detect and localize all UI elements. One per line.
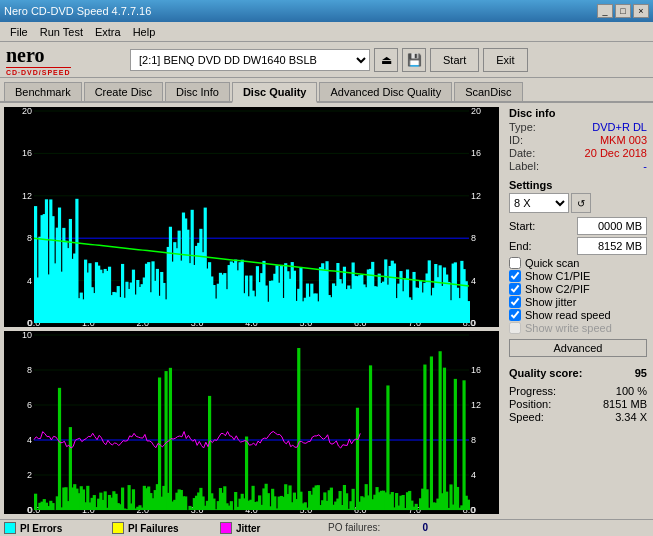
- disc-info-section: Disc info Type: DVD+R DL ID: MKM 003 Dat…: [509, 107, 647, 173]
- logo-nero: nero: [6, 44, 45, 67]
- read-speed-label: Show read speed: [525, 309, 611, 321]
- start-mb-label: Start:: [509, 220, 535, 232]
- c1pie-row: Show C1/PIE: [509, 270, 647, 282]
- tab-bar: Benchmark Create Disc Disc Info Disc Qua…: [0, 78, 653, 103]
- position-value: 8151 MB: [603, 398, 647, 410]
- write-speed-row: Show write speed: [509, 322, 647, 334]
- jitter-color: [220, 522, 232, 534]
- jitter-name: Jitter: [236, 523, 260, 534]
- start-button[interactable]: Start: [430, 48, 479, 72]
- menu-file[interactable]: File: [4, 24, 34, 40]
- settings-section: Settings 8 X ↺ Start: 0000 MB End: Quick…: [509, 179, 647, 357]
- logo-cdspeed: CD·DVD/SPEED: [6, 67, 71, 76]
- pi-failures-name: PI Failures: [128, 523, 179, 534]
- quality-score-value: 95: [635, 367, 647, 379]
- quick-scan-label: Quick scan: [525, 257, 579, 269]
- quick-scan-row: Quick scan: [509, 257, 647, 269]
- info-panel: Disc info Type: DVD+R DL ID: MKM 003 Dat…: [503, 103, 653, 519]
- speed-select[interactable]: 8 X: [509, 193, 569, 213]
- main-content: Disc info Type: DVD+R DL ID: MKM 003 Dat…: [0, 103, 653, 519]
- progress-label: Progress:: [509, 385, 556, 397]
- legend-jitter-header: Jitter: [220, 522, 320, 534]
- speed-row: 8 X ↺: [509, 193, 647, 213]
- speed-refresh-button[interactable]: ↺: [571, 193, 591, 213]
- toolbar: nero CD·DVD/SPEED [2:1] BENQ DVD DD DW16…: [0, 42, 653, 78]
- pi-errors-color: [4, 522, 16, 534]
- tab-advanced-disc-quality[interactable]: Advanced Disc Quality: [319, 82, 452, 101]
- tab-benchmark[interactable]: Benchmark: [4, 82, 82, 101]
- titlebar-controls: _ □ ×: [597, 4, 649, 18]
- jitter-label: Show jitter: [525, 296, 576, 308]
- titlebar: Nero CD-DVD Speed 4.7.7.16 _ □ ×: [0, 0, 653, 22]
- read-speed-row: Show read speed: [509, 309, 647, 321]
- legend-pi-failures: PI Failures Average: 0.03 Maximum: 8 Tot…: [112, 522, 212, 536]
- disc-id-value: MKM 003: [600, 134, 647, 146]
- legend-pi-errors: PI Errors Average: 1.25 Maximum: 14 Tota…: [4, 522, 104, 536]
- c2pif-label: Show C2/PIF: [525, 283, 590, 295]
- legend-po-failures: PO failures: 0: [328, 522, 428, 536]
- advanced-button[interactable]: Advanced: [509, 339, 647, 357]
- disc-type-label: Type:: [509, 121, 536, 133]
- c2pif-row: Show C2/PIF: [509, 283, 647, 295]
- po-failures-stat: PO failures: 0: [328, 522, 428, 533]
- pi-errors-name: PI Errors: [20, 523, 62, 534]
- disc-id-label: ID:: [509, 134, 523, 146]
- pie-chart: [4, 107, 499, 327]
- jitter-row: Show jitter: [509, 296, 647, 308]
- disc-type-row: Type: DVD+R DL: [509, 121, 647, 133]
- save-button[interactable]: 💾: [402, 48, 426, 72]
- disc-label-value: -: [643, 160, 647, 172]
- pif-chart: [4, 331, 499, 514]
- legend: PI Errors Average: 1.25 Maximum: 14 Tota…: [0, 519, 653, 536]
- disc-date-label: Date:: [509, 147, 535, 159]
- close-button[interactable]: ×: [633, 4, 649, 18]
- menu-help[interactable]: Help: [127, 24, 162, 40]
- quality-score-row: Quality score: 95: [509, 367, 647, 379]
- menubar: File Run Test Extra Help: [0, 22, 653, 42]
- end-mb-input[interactable]: [577, 237, 647, 255]
- disc-date-value: 20 Dec 2018: [585, 147, 647, 159]
- tab-disc-quality[interactable]: Disc Quality: [232, 82, 318, 103]
- speed-prog-value: 3.34 X: [615, 411, 647, 423]
- disc-label-label: Label:: [509, 160, 539, 172]
- jitter-checkbox[interactable]: [509, 296, 521, 308]
- speed-prog-label: Speed:: [509, 411, 544, 423]
- quick-scan-checkbox[interactable]: [509, 257, 521, 269]
- exit-button[interactable]: Exit: [483, 48, 527, 72]
- quality-score-label: Quality score:: [509, 367, 582, 379]
- c2pif-checkbox[interactable]: [509, 283, 521, 295]
- c1pie-label: Show C1/PIE: [525, 270, 590, 282]
- legend-pi-errors-header: PI Errors: [4, 522, 104, 534]
- legend-jitter: Jitter Average: 7.48 % Maximum: 10.9 %: [220, 522, 320, 536]
- disc-id-row: ID: MKM 003: [509, 134, 647, 146]
- menu-extra[interactable]: Extra: [89, 24, 127, 40]
- position-label: Position:: [509, 398, 551, 410]
- maximize-button[interactable]: □: [615, 4, 631, 18]
- tab-disc-info[interactable]: Disc Info: [165, 82, 230, 101]
- app-logo: nero CD·DVD/SPEED: [6, 44, 126, 76]
- position-row: Position: 8151 MB: [509, 398, 647, 410]
- menu-runtest[interactable]: Run Test: [34, 24, 89, 40]
- read-speed-checkbox[interactable]: [509, 309, 521, 321]
- write-speed-checkbox[interactable]: [509, 322, 521, 334]
- progress-section: Progress: 100 % Position: 8151 MB Speed:…: [509, 385, 647, 424]
- disc-type-value: DVD+R DL: [592, 121, 647, 133]
- start-mb-input[interactable]: 0000 MB: [577, 217, 647, 235]
- disc-label-row: Label: -: [509, 160, 647, 172]
- drive-select[interactable]: [2:1] BENQ DVD DD DW1640 BSLB: [130, 49, 370, 71]
- write-speed-label: Show write speed: [525, 322, 612, 334]
- disc-info-title: Disc info: [509, 107, 647, 119]
- pi-failures-color: [112, 522, 124, 534]
- tab-scandisc[interactable]: ScanDisc: [454, 82, 522, 101]
- tab-create-disc[interactable]: Create Disc: [84, 82, 163, 101]
- progress-row: Progress: 100 %: [509, 385, 647, 397]
- eject-button[interactable]: ⏏: [374, 48, 398, 72]
- legend-pi-failures-header: PI Failures: [112, 522, 212, 534]
- end-mb-label: End:: [509, 240, 532, 252]
- titlebar-title: Nero CD-DVD Speed 4.7.7.16: [4, 5, 151, 17]
- chart-area: [0, 103, 503, 519]
- c1pie-checkbox[interactable]: [509, 270, 521, 282]
- minimize-button[interactable]: _: [597, 4, 613, 18]
- start-mb-row: Start: 0000 MB: [509, 217, 647, 235]
- settings-title: Settings: [509, 179, 647, 191]
